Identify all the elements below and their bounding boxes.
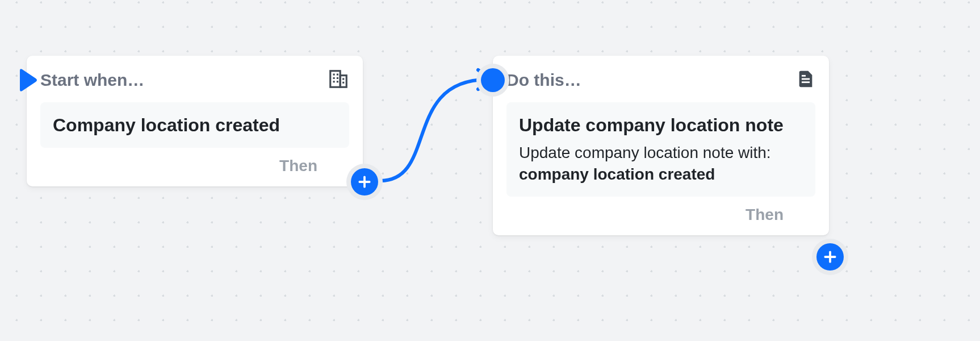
trigger-card-body: Company location created — [40, 102, 349, 148]
action-card[interactable]: Do this… Update company location note Up… — [493, 56, 829, 235]
action-card-footer: Then — [506, 206, 815, 224]
document-icon — [796, 68, 815, 92]
svg-rect-12 — [802, 75, 806, 77]
trigger-then-label: Then — [279, 157, 317, 175]
action-entry-dot — [481, 68, 505, 92]
start-marker-icon — [19, 68, 38, 94]
trigger-title: Company location created — [53, 114, 337, 136]
action-card-header: Do this… — [506, 68, 815, 92]
action-description-prefix: Update company location note with: — [519, 144, 771, 161]
action-card-body: Update company location note Update comp… — [506, 102, 815, 197]
svg-rect-1 — [340, 76, 346, 88]
svg-rect-11 — [802, 81, 810, 83]
trigger-card-header: Start when… — [40, 68, 349, 92]
trigger-card-footer: Then — [40, 157, 349, 175]
action-header-label: Do this… — [506, 70, 581, 90]
building-icon — [328, 68, 349, 92]
action-title: Update company location note — [519, 114, 803, 136]
trigger-header-label: Start when… — [40, 70, 144, 90]
add-step-button[interactable] — [351, 168, 378, 196]
svg-rect-0 — [330, 71, 340, 88]
action-description-strong: company location created — [519, 165, 715, 183]
add-next-step-button[interactable] — [816, 243, 844, 271]
action-then-label: Then — [746, 206, 784, 224]
action-description: Update company location note with: compa… — [519, 142, 803, 185]
svg-rect-10 — [802, 78, 810, 80]
trigger-card[interactable]: Start when… Company location created The… — [27, 56, 363, 186]
